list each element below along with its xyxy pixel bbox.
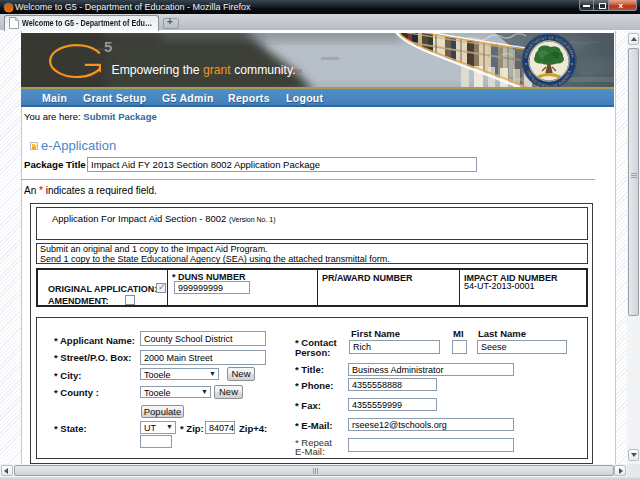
svg-text:5: 5	[104, 38, 112, 55]
svg-text:Empowering the grant community: Empowering the grant community.	[112, 63, 296, 77]
